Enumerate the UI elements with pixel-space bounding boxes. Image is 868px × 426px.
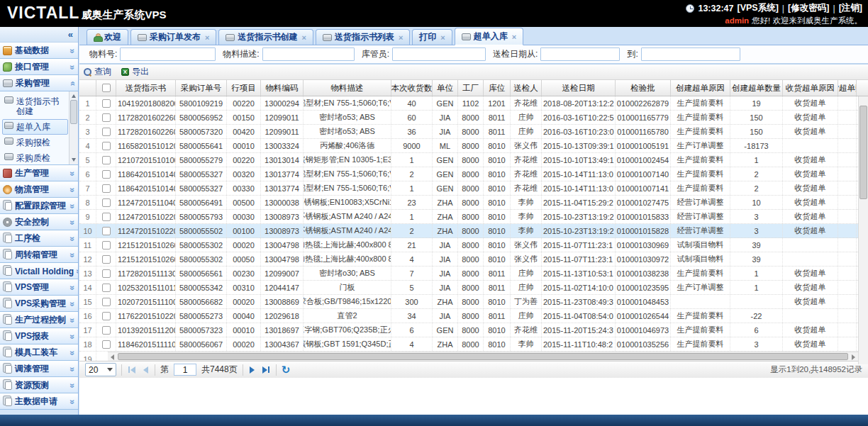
sidebar-group-1[interactable]: 基础数据» <box>0 43 78 59</box>
last-page-button[interactable] <box>261 366 271 374</box>
sidebar-group-10[interactable]: Victall Holding» <box>0 263 78 279</box>
column-header-采购订单号[interactable]: 采购订单号 <box>176 80 227 96</box>
row-checkbox[interactable] <box>102 298 111 306</box>
inspect-date-from-input[interactable] <box>540 47 620 61</box>
tab-欢迎[interactable]: 欢迎 <box>87 29 128 45</box>
sidebar-group-18[interactable]: 主数据申请» <box>0 393 78 410</box>
row-checkbox[interactable] <box>102 170 111 179</box>
tab-close-icon[interactable]: × <box>399 33 403 42</box>
select-all-header[interactable] <box>96 80 116 96</box>
next-page-button[interactable] <box>248 366 256 374</box>
tab-送货指示书创建[interactable]: 送货指示书创建× <box>218 29 313 45</box>
sidebar-item-采购质检[interactable]: 采购质检 <box>2 150 68 165</box>
table-row[interactable]: 121215120151026058000553020005013004798加… <box>79 252 868 267</box>
tab-close-icon[interactable]: × <box>440 33 445 42</box>
sidebar-group-7[interactable]: 安全控制» <box>0 214 78 230</box>
row-checkbox[interactable] <box>102 284 111 292</box>
sidebar-group-17[interactable]: 资源预测» <box>0 377 78 393</box>
sidebar-group-12[interactable]: VPS采购管理» <box>0 296 78 312</box>
row-checkbox[interactable] <box>102 156 111 164</box>
sidebar-group-2[interactable]: 接口管理» <box>0 59 78 75</box>
column-header-检验批[interactable]: 检验批 <box>616 80 671 96</box>
row-checkbox[interactable] <box>102 128 111 136</box>
row-checkbox[interactable] <box>102 312 111 320</box>
page-size-select[interactable]: 20 <box>85 363 116 376</box>
column-header-工厂[interactable]: 工厂 <box>458 80 484 96</box>
sidebar-item-采购报检[interactable]: 采购报检 <box>2 135 68 150</box>
table-row[interactable]: 161176220151022058000552730004012029618直… <box>79 309 868 323</box>
row-checkbox[interactable] <box>102 142 111 150</box>
vertical-scroll-thumb[interactable] <box>859 106 867 199</box>
material-no-input[interactable] <box>120 47 216 61</box>
sidebar-group-3[interactable]: 采购管理» <box>0 75 78 91</box>
row-checkbox[interactable] <box>102 198 111 207</box>
scroll-down-icon[interactable] <box>72 158 76 162</box>
table-row[interactable]: 171013920151120058000573230001013018697工… <box>79 323 868 337</box>
row-checkbox[interactable] <box>102 255 111 264</box>
scroll-left-icon[interactable] <box>111 354 114 360</box>
horizontal-scroll-thumb[interactable] <box>118 353 848 360</box>
scroll-up-icon[interactable] <box>72 94 76 98</box>
table-row[interactable]: 91124720151022058000557930003013008973不锈… <box>79 210 868 224</box>
column-header-收货超单原因[interactable]: 收货超单原因 <box>783 80 838 96</box>
sidebar-group-6[interactable]: 配置跟踪管理» <box>0 198 78 214</box>
column-header-送货指示书[interactable]: 送货指示书 <box>116 80 176 96</box>
table-row[interactable]: 181184620151111058000560670002013004367碳… <box>79 337 868 352</box>
tab-送货指示书列表[interactable]: 送货指示书列表× <box>316 29 410 45</box>
table-row[interactable]: 61186420151014058000553270032013013774铝型… <box>79 167 868 181</box>
material-desc-input[interactable] <box>262 47 355 61</box>
sidebar-group-16[interactable]: 调漆管理» <box>0 361 78 377</box>
column-header-物料编码[interactable]: 物料编码 <box>261 80 304 96</box>
column-header-创建超单原因[interactable]: 创建超单原因 <box>671 80 730 96</box>
row-checkbox[interactable] <box>102 340 111 349</box>
row-checkbox[interactable] <box>102 269 111 278</box>
sidebar-group-9[interactable]: 周转箱管理» <box>0 247 78 263</box>
select-all-checkbox[interactable] <box>102 84 111 92</box>
tab-打印[interactable]: 打印× <box>412 29 452 45</box>
scroll-right-icon[interactable] <box>852 354 855 360</box>
table-row[interactable]: 151020720151110058000566820002013008869胶… <box>79 295 868 309</box>
tab-超单入库[interactable]: 超单入库× <box>455 28 523 45</box>
query-button[interactable]: 查询 <box>84 66 111 78</box>
row-checkbox[interactable] <box>102 241 111 250</box>
table-row[interactable]: 31172820160226058000573200042012099011密封… <box>79 125 868 139</box>
table-row[interactable]: 111215120151026058000553020002013004798加… <box>79 238 868 252</box>
prev-page-button[interactable] <box>142 366 150 374</box>
table-row[interactable]: 81124720151104058000564910050013000038不锈… <box>79 196 868 210</box>
submenu-scroll-thumb[interactable] <box>70 100 77 124</box>
sidebar-item-超单入库[interactable]: 超单入库 <box>2 119 68 135</box>
row-checkbox[interactable] <box>102 227 111 235</box>
tab-采购订单发布[interactable]: 采购订单发布× <box>130 29 216 45</box>
table-row[interactable]: 51210720151010058000552790022013013014碳钢… <box>79 153 868 167</box>
column-header-本次收货数[interactable]: 本次收货数 <box>391 80 433 96</box>
sidebar-item-送货指示书创建[interactable]: 送货指示书创建 <box>2 94 68 119</box>
column-header-创建超单数量[interactable]: 创建超单数量 <box>730 80 783 96</box>
column-header-单位[interactable]: 单位 <box>433 80 458 96</box>
sidebar-group-5[interactable]: 物流管理» <box>0 181 78 198</box>
first-page-button[interactable] <box>127 366 137 374</box>
row-checkbox[interactable] <box>102 99 111 108</box>
tab-close-icon[interactable]: × <box>205 33 209 42</box>
column-header-收货超单数量[interactable]: 收货超单数量 <box>838 80 857 96</box>
horizontal-scrollbar[interactable] <box>108 352 858 361</box>
table-row[interactable]: 11041920180820058001092190022013000294铝型… <box>79 96 868 111</box>
column-header-物料描述[interactable]: 物料描述 <box>304 80 391 96</box>
submenu-scrollbar[interactable] <box>69 91 78 164</box>
sidebar-group-11[interactable]: VPS管理» <box>0 279 78 296</box>
column-header-库位[interactable]: 库位 <box>484 80 511 96</box>
row-checkbox[interactable] <box>102 113 111 122</box>
inspect-date-to-input[interactable] <box>641 47 740 61</box>
row-checkbox[interactable] <box>102 184 111 193</box>
row-checkbox[interactable] <box>102 213 111 221</box>
row-checkbox[interactable] <box>102 326 111 335</box>
column-header-送检人[interactable]: 送检人 <box>511 80 542 96</box>
export-button[interactable]: X 导出 <box>121 66 149 78</box>
column-header-送检日期[interactable]: 送检日期 <box>542 80 616 96</box>
table-row[interactable]: 71186420151014058000553270033013013774铝型… <box>79 181 868 196</box>
column-header-行项目[interactable]: 行项目 <box>227 80 261 96</box>
logout-link[interactable]: [注销] <box>839 2 862 14</box>
sidebar-group-8[interactable]: 工序检» <box>0 230 78 247</box>
sidebar-group-4[interactable]: 生产管理» <box>0 165 78 181</box>
sidebar-group-14[interactable]: VPS报表» <box>0 328 78 344</box>
tab-close-icon[interactable]: × <box>512 33 516 41</box>
